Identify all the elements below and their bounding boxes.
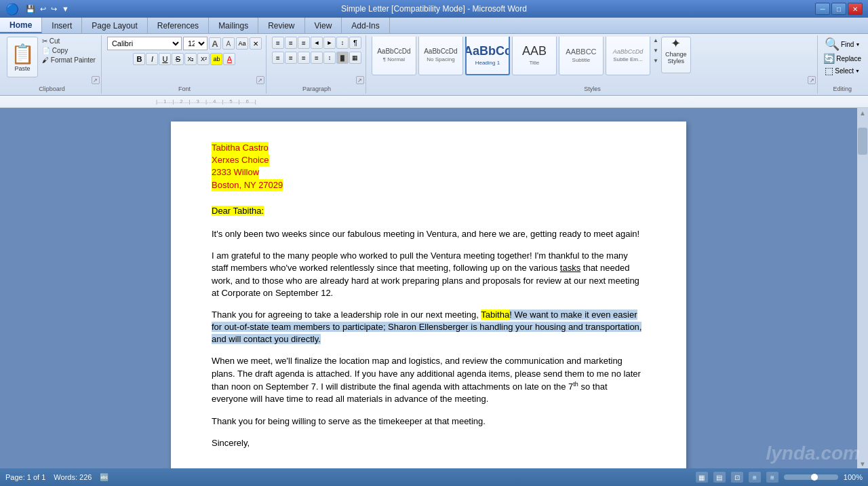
styles-more-arrow[interactable]: ▼ xyxy=(652,57,659,64)
style-subtle-em[interactable]: AaBbCcDd Subtle Em... xyxy=(606,37,650,75)
print-layout-button[interactable]: ▦ xyxy=(696,472,708,483)
tab-view[interactable]: View xyxy=(305,18,342,33)
document-title: Simple Letter [Compatibility Mode] - Mic… xyxy=(341,4,527,14)
redo-button[interactable]: ↪ xyxy=(50,4,58,14)
change-case-button[interactable]: Aa xyxy=(236,37,248,50)
numbering-button[interactable]: ≡ xyxy=(285,37,297,49)
show-marks-button[interactable]: ¶ xyxy=(349,37,361,49)
outline-button[interactable]: ≡ xyxy=(749,472,761,483)
format-painter-button[interactable]: 🖌 Format Painter xyxy=(41,56,97,64)
copy-button[interactable]: 📄 Copy xyxy=(41,46,97,55)
scroll-down-button[interactable]: ▼ xyxy=(859,460,866,468)
styles-box: AaBbCcDd ¶ Normal AaBbCcDd No Spacing Aa… xyxy=(372,37,813,83)
sort-button[interactable]: ↕ xyxy=(336,37,349,49)
style-subtleem-preview: AaBbCcDd xyxy=(613,48,644,55)
paste-button[interactable]: 📋 Paste xyxy=(7,37,38,77)
font-grow-button[interactable]: A xyxy=(209,37,221,50)
save-button[interactable]: 💾 xyxy=(24,4,37,14)
strikethrough-button[interactable]: S xyxy=(172,53,184,65)
tab-home[interactable]: Home xyxy=(0,18,42,33)
tab-mailings[interactable]: Mailings xyxy=(209,18,258,33)
subscript-button[interactable]: X₂ xyxy=(184,53,197,65)
change-styles-button[interactable]: ✦ ChangeStyles xyxy=(661,37,691,73)
font-name-select[interactable]: Calibri xyxy=(107,37,182,50)
find-arrow: ▼ xyxy=(855,42,860,47)
shading-button[interactable]: ▓ xyxy=(336,52,349,64)
align-left-button[interactable]: ≡ xyxy=(272,52,284,64)
tab-add-ins[interactable]: Add-Ins xyxy=(342,18,389,33)
style-subtitle[interactable]: AABBCC Subtitle xyxy=(559,37,604,75)
clear-format-button[interactable]: ✕ xyxy=(250,37,262,50)
tab-references[interactable]: References xyxy=(148,18,209,33)
replace-icon: 🔄 xyxy=(823,53,835,64)
change-styles-icon: ✦ xyxy=(671,37,681,51)
font-shrink-button[interactable]: A xyxy=(222,37,235,50)
outdent-button[interactable]: ◄ xyxy=(311,37,323,49)
para-row-1: ≡ ≡ ≡ ◄ ► ↕ ¶ xyxy=(272,37,361,49)
quick-access-arrow[interactable]: ▼ xyxy=(60,4,71,14)
undo-button[interactable]: ↩ xyxy=(39,4,47,14)
scroll-thumb[interactable] xyxy=(858,128,867,155)
underline-button[interactable]: U xyxy=(159,53,171,65)
quick-access-toolbar: 💾 ↩ ↪ ▼ xyxy=(24,4,71,14)
font-expand[interactable]: ↗ xyxy=(256,76,264,84)
style-no-spacing[interactable]: AaBbCcDd No Spacing xyxy=(418,37,463,75)
cut-button[interactable]: ✂ Cut xyxy=(41,37,97,45)
style-subtitle-label: Subtitle xyxy=(572,57,591,63)
style-heading1[interactable]: AaBbCc Heading 1 xyxy=(465,37,510,75)
ribbon-content: 📋 Paste ✂ Cut 📄 Copy 🖌 Format Painter Cl… xyxy=(0,34,868,95)
editing-group-label: Editing xyxy=(819,86,865,92)
paragraph-4: When we meet, we'll finalize the locatio… xyxy=(212,355,646,405)
address-city: Boston, NY 27029 xyxy=(212,179,283,191)
draft-button[interactable]: ≡ xyxy=(766,472,778,483)
style-title[interactable]: AAB Title xyxy=(512,37,557,75)
font-color-button[interactable]: A xyxy=(223,53,235,65)
clipboard-group-label: Clipboard xyxy=(3,86,101,92)
document-page[interactable]: Tabitha Castro Xerxes Choice 2333 Willow… xyxy=(171,122,686,469)
close-button[interactable]: ✕ xyxy=(848,3,863,15)
replace-button[interactable]: 🔄 Replace xyxy=(823,53,861,64)
align-center-button[interactable]: ≡ xyxy=(285,52,297,64)
language-icon[interactable]: 🔤 xyxy=(100,473,109,482)
style-normal[interactable]: AaBbCcDd ¶ Normal xyxy=(372,37,416,75)
bullets-button[interactable]: ≡ xyxy=(272,37,284,49)
minimize-button[interactable]: ─ xyxy=(815,3,830,15)
word-count: Words: 226 xyxy=(54,473,92,481)
vertical-scrollbar[interactable]: ▲ ▼ xyxy=(857,108,868,469)
maximize-button[interactable]: □ xyxy=(831,3,846,15)
tab-insert[interactable]: Insert xyxy=(42,18,82,33)
para3-name-highlight: Tabitha xyxy=(481,310,509,320)
tab-page-layout[interactable]: Page Layout xyxy=(82,18,147,33)
text-highlight-button[interactable]: ab xyxy=(210,53,222,65)
zoom-slider[interactable] xyxy=(784,474,838,480)
styles-expand[interactable]: ↗ xyxy=(808,76,816,84)
line-spacing-button[interactable]: ↕ xyxy=(323,52,336,64)
address-block: Tabitha Castro Xerxes Choice 2333 Willow… xyxy=(212,142,646,191)
italic-button[interactable]: I xyxy=(146,53,158,65)
zoom-thumb[interactable] xyxy=(811,474,818,481)
borders-button[interactable]: ▦ xyxy=(349,52,361,64)
paragraph-expand[interactable]: ↗ xyxy=(356,76,364,84)
styles-down-arrow[interactable]: ▼ xyxy=(652,47,659,54)
scroll-up-button[interactable]: ▲ xyxy=(859,109,866,117)
bold-button[interactable]: B xyxy=(133,53,145,65)
font-size-select[interactable]: 12 xyxy=(183,37,208,50)
find-button[interactable]: 🔍 Find ▼ xyxy=(825,37,860,52)
font-format-row: B I U S X₂ X² ab A xyxy=(133,53,235,65)
style-subtitle-preview: AABBCC xyxy=(566,48,596,56)
tab-review[interactable]: Review xyxy=(258,18,304,33)
select-button[interactable]: ⬚ Select ▼ xyxy=(825,65,860,76)
page-container[interactable]: Tabitha Castro Xerxes Choice 2333 Willow… xyxy=(0,108,857,469)
multilevel-button[interactable]: ≡ xyxy=(298,37,310,49)
full-reading-button[interactable]: ▤ xyxy=(713,472,726,483)
word-icon[interactable]: 🔵 xyxy=(5,3,19,16)
style-heading1-preview: AaBbCc xyxy=(465,44,510,58)
justify-button[interactable]: ≡ xyxy=(311,52,323,64)
styles-up-arrow[interactable]: ▲ xyxy=(652,37,659,44)
clipboard-expand[interactable]: ↗ xyxy=(92,76,100,84)
align-right-button[interactable]: ≡ xyxy=(298,52,310,64)
ruler: |....1....|....2....|....3....|....4....… xyxy=(0,96,868,108)
indent-button[interactable]: ► xyxy=(323,37,336,49)
web-layout-button[interactable]: ⊡ xyxy=(731,472,743,483)
superscript-button[interactable]: X² xyxy=(197,53,210,65)
